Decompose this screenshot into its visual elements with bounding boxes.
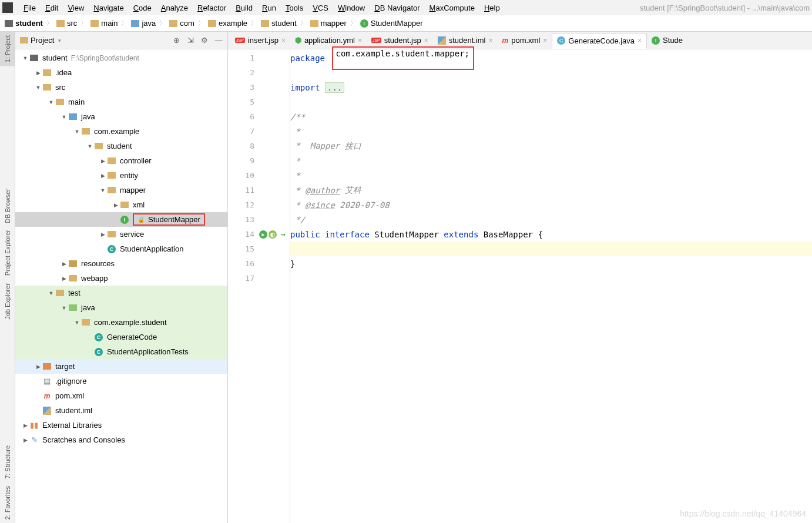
- project-view-dropdown[interactable]: Project ▾: [20, 36, 61, 45]
- breadcrumb-src[interactable]: src: [56, 19, 77, 28]
- tree-item-webapp[interactable]: ▶webapp: [15, 271, 227, 286]
- tree-arrow-icon[interactable]: ▼: [34, 85, 42, 90]
- tree-arrow-icon[interactable]: ▶: [99, 173, 107, 179]
- code-line[interactable]: */: [290, 212, 812, 227]
- tree-item-student[interactable]: ▼student: [15, 139, 227, 153]
- menu-maxcompute[interactable]: MaxCompute: [425, 2, 479, 14]
- code-line[interactable]: [290, 95, 812, 109]
- code-line[interactable]: public interface StudentMapper extends B…: [290, 227, 812, 242]
- minimize-icon[interactable]: —: [214, 36, 223, 45]
- menu-tools[interactable]: Tools: [281, 2, 308, 14]
- editor-tab-student-iml[interactable]: student.iml×: [433, 33, 498, 48]
- menu-help[interactable]: Help: [479, 2, 505, 14]
- tree-item-com-example[interactable]: ▼com.example: [15, 124, 227, 139]
- sidetab-project-explorer[interactable]: Project Explorer: [0, 226, 15, 279]
- editor-code[interactable]: package com.example.student.mapper;impor…: [290, 49, 812, 523]
- tree-arrow-icon[interactable]: ▶: [21, 437, 29, 443]
- sidetab-2-favorites[interactable]: 2: Favorites: [0, 482, 15, 523]
- tree-item-resources[interactable]: ▶resources: [15, 256, 227, 271]
- tree-arrow-icon[interactable]: ▼: [73, 129, 81, 135]
- menu-db-navigator[interactable]: DB Navigator: [370, 2, 424, 14]
- tree-item-scratches-and-consoles[interactable]: ▶✎Scratches and Consoles: [15, 433, 227, 447]
- code-line[interactable]: * @since 2020-07-08: [290, 197, 812, 212]
- tree-item-java[interactable]: ▼java: [15, 109, 227, 124]
- menu-analyze[interactable]: Analyze: [156, 2, 193, 14]
- menu-vcs[interactable]: VCS: [308, 2, 333, 14]
- sidetab-7-structure[interactable]: 7: Structure: [0, 442, 15, 482]
- tree-item-main[interactable]: ▼main: [15, 95, 227, 109]
- tree-arrow-icon[interactable]: ▼: [60, 114, 68, 120]
- menu-refactor[interactable]: Refactor: [193, 2, 231, 14]
- tree-arrow-icon[interactable]: ▶: [34, 70, 42, 76]
- tree-arrow-icon[interactable]: ▶: [99, 232, 107, 237]
- tree-item-studentapplication[interactable]: CStudentApplication: [15, 242, 227, 256]
- code-line[interactable]: *: [290, 124, 812, 139]
- target-icon[interactable]: ⊕: [172, 36, 180, 45]
- breadcrumb-student[interactable]: student: [261, 19, 297, 28]
- editor-tab-application-yml[interactable]: ⬢application.yml×: [290, 33, 367, 48]
- menu-view[interactable]: View: [63, 2, 89, 14]
- close-icon[interactable]: ×: [489, 36, 493, 45]
- tree-arrow-icon[interactable]: ▶: [34, 364, 42, 370]
- code-line[interactable]: import ...: [290, 80, 812, 95]
- tree-arrow-icon[interactable]: ▼: [99, 187, 107, 193]
- tree-item--gitignore[interactable]: ▤.gitignore: [15, 374, 227, 388]
- gear-icon[interactable]: ⚙: [200, 36, 209, 45]
- tree-item-student[interactable]: ▼studentF:\SpringBoot\student: [15, 51, 227, 65]
- tree-item-xml[interactable]: ▶xml: [15, 197, 227, 212]
- breadcrumb-java[interactable]: java: [131, 19, 156, 28]
- code-line[interactable]: }: [290, 256, 812, 271]
- tree-arrow-icon[interactable]: ▶: [60, 276, 68, 281]
- editor-tab-pom-xml[interactable]: mpom.xml×: [498, 33, 552, 48]
- tree-arrow-icon[interactable]: ▼: [86, 143, 94, 149]
- tree-item-student-iml[interactable]: student.iml: [15, 403, 227, 418]
- close-icon[interactable]: ×: [543, 36, 547, 45]
- tree-item-external-libraries[interactable]: ▶▮▮External Libraries: [15, 418, 227, 433]
- tree-item-java[interactable]: ▼java: [15, 300, 227, 315]
- tree-arrow-icon[interactable]: ▶: [60, 261, 68, 267]
- code-line[interactable]: * Mapper 接口: [290, 139, 812, 153]
- tree-item--idea[interactable]: ▶.idea: [15, 65, 227, 80]
- code-line[interactable]: * @author 艾科: [290, 183, 812, 197]
- expand-icon[interactable]: ⇲: [186, 36, 194, 45]
- breadcrumb-mapper[interactable]: mapper: [310, 19, 347, 28]
- tree-arrow-icon[interactable]: ▼: [21, 55, 29, 61]
- code-line[interactable]: *: [290, 168, 812, 183]
- code-line[interactable]: [290, 271, 812, 286]
- tree-arrow-icon[interactable]: ▶: [99, 158, 107, 164]
- menu-file[interactable]: File: [19, 2, 41, 14]
- editor-tab-stude[interactable]: IStude: [647, 33, 687, 48]
- menu-navigate[interactable]: Navigate: [89, 2, 128, 14]
- tree-item-target[interactable]: ▶target: [15, 359, 227, 374]
- tree-item-pom-xml[interactable]: mpom.xml: [15, 388, 227, 403]
- breadcrumb-example[interactable]: example: [208, 19, 247, 28]
- tree-arrow-icon[interactable]: ▼: [60, 305, 68, 311]
- breadcrumb-com[interactable]: com: [169, 19, 194, 28]
- code-line[interactable]: /**: [290, 109, 812, 124]
- tree-arrow-icon[interactable]: ▼: [73, 320, 81, 326]
- tree-item-entity[interactable]: ▶entity: [15, 168, 227, 183]
- menu-code[interactable]: Code: [129, 2, 156, 14]
- menu-run[interactable]: Run: [257, 2, 281, 14]
- tree-arrow-icon[interactable]: ▶: [112, 202, 120, 208]
- code-line[interactable]: package com.example.student.mapper;: [290, 51, 812, 65]
- tree-item-service[interactable]: ▶service: [15, 227, 227, 242]
- tree-arrow-icon[interactable]: ▼: [47, 290, 55, 296]
- tree-arrow-icon[interactable]: ▼: [47, 99, 55, 105]
- breadcrumb-student[interactable]: student: [5, 19, 43, 28]
- fold-icon[interactable]: ...: [325, 82, 344, 93]
- impl-icon[interactable]: ◐: [269, 230, 277, 239]
- close-icon[interactable]: ×: [637, 36, 642, 45]
- editor-body[interactable]: 123567891011121314▸◐→151617 package com.…: [228, 49, 812, 523]
- sidetab-job-explorer[interactable]: Job Explorer: [0, 280, 15, 323]
- tree-item-studentapplicationtests[interactable]: CStudentApplicationTests: [15, 344, 227, 359]
- tree-item-src[interactable]: ▼src: [15, 80, 227, 95]
- editor-tab-insert-jsp[interactable]: JSPinsert.jsp×: [230, 33, 290, 48]
- menu-edit[interactable]: Edit: [41, 2, 63, 14]
- breadcrumb-main[interactable]: main: [90, 19, 118, 28]
- tree-arrow-icon[interactable]: ▶: [21, 423, 29, 428]
- sidetab-db-browser[interactable]: DB Browser: [0, 185, 15, 227]
- tree-item-studentmapper[interactable]: I🔒StudentMapper: [15, 212, 227, 227]
- tree-item-com-example-student[interactable]: ▼com.example.student: [15, 315, 227, 330]
- nav-icon[interactable]: →: [279, 230, 287, 239]
